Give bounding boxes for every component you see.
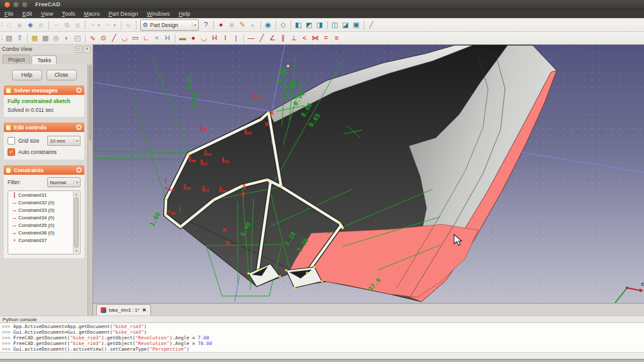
line-icon[interactable]: ╱ (109, 33, 119, 43)
constraint-list-item[interactable]: ›Constraint37 (8, 236, 80, 244)
grid-size-checkbox[interactable] (8, 137, 15, 145)
menu-tools[interactable]: Tools (57, 11, 79, 17)
coincident-icon[interactable]: ● (188, 33, 199, 43)
dropdown-arrow-icon[interactable]: ▾ (98, 23, 103, 27)
menu-help[interactable]: Help (174, 11, 195, 17)
horizontal-icon[interactable]: — (246, 33, 257, 43)
rectangle-icon[interactable]: ▭ (130, 33, 141, 43)
vertical-icon[interactable]: | (231, 33, 242, 43)
constraint-list-item[interactable]: ↔Constraint33 (0) (8, 206, 80, 214)
copy-icon[interactable]: ⧉ (62, 19, 72, 30)
polyline-icon[interactable]: ∿ (87, 33, 98, 43)
constraint-list-item[interactable]: ↔Constraint32 (0) (8, 199, 80, 206)
open-file-icon[interactable]: ▣ (14, 19, 25, 30)
refresh-icon[interactable]: ↻ (123, 19, 134, 30)
constraint-filter-select[interactable]: Normal ▾ (47, 177, 80, 187)
undo-icon[interactable]: ↶ (87, 19, 98, 30)
workbench-selector[interactable]: ⚙Part Design▾ (140, 19, 199, 31)
macro-play-icon[interactable]: ▶ (248, 19, 258, 30)
section-close-icon[interactable]: × (76, 167, 82, 173)
section-close-icon[interactable]: × (76, 124, 82, 130)
parallel-icon[interactable]: ∥ (278, 33, 289, 43)
pad-icon[interactable]: ▦ (30, 33, 40, 43)
view-bottom-icon[interactable]: ▣ (351, 19, 362, 30)
view-right-icon[interactable]: ◨ (314, 19, 325, 30)
groove-icon[interactable]: ◐ (62, 33, 72, 43)
constraint-list-item[interactable]: |Constraint31 (8, 191, 80, 199)
length-icon[interactable]: ╱ (257, 33, 267, 43)
arc-icon[interactable]: ◡ (119, 33, 130, 43)
document-tab[interactable]: bike_rim3 : 1* ✖ (96, 304, 151, 315)
paste-icon[interactable]: ▥ (72, 19, 83, 30)
fillet-icon[interactable]: ∟ (141, 33, 152, 43)
menu-file[interactable]: File (0, 11, 18, 17)
constraint-list-item[interactable]: ↔Constraint35 (0) (8, 221, 80, 229)
circle-icon[interactable]: ⊙ (98, 33, 109, 43)
view-rear-icon[interactable]: ◫ (330, 19, 340, 30)
equal-icon[interactable]: = (321, 33, 331, 43)
sketch-view-icon[interactable]: ▧ (4, 33, 14, 43)
panel-float-icon[interactable]: ◻ (75, 46, 82, 53)
redo-icon[interactable]: ↷ (103, 19, 114, 30)
perpendicular-icon[interactable]: ⊥ (289, 33, 299, 43)
revolution-icon[interactable]: ◎ (51, 33, 62, 43)
grid-size-select[interactable]: 10 mm ▾ (47, 136, 80, 146)
menu-view[interactable]: View (36, 11, 57, 17)
section-close-icon[interactable]: × (76, 87, 82, 93)
tab-close-icon[interactable]: ✖ (142, 307, 147, 313)
menu-macro[interactable]: Macro (79, 11, 104, 17)
view-top-icon[interactable]: ◩ (304, 19, 314, 30)
constraint-list-item[interactable]: ↔Constraint36 (0) (8, 229, 80, 236)
auto-constraints-checkbox[interactable]: ✓ (8, 148, 15, 156)
cut-icon[interactable]: ✂ (51, 19, 62, 30)
window-close-button[interactable] (4, 2, 10, 8)
close-button[interactable]: Close (47, 70, 77, 80)
scrollbar-thumb[interactable] (74, 197, 79, 248)
scroll-down-icon[interactable]: ▼ (74, 248, 79, 253)
3d-viewport[interactable]: 0.800.800.908.000.650.800.801.000.402.10… (93, 45, 644, 303)
fit-all-icon[interactable]: ◉ (263, 19, 274, 30)
save-icon[interactable]: ◈ (25, 19, 36, 30)
block-icon[interactable]: ≡ (331, 33, 342, 43)
external-geometry-icon[interactable]: H (162, 33, 173, 43)
panel-close-icon[interactable]: ✕ (84, 46, 91, 53)
leave-sketch-icon[interactable]: ⇧ (14, 33, 25, 43)
panel-scrollbar[interactable] (87, 64, 92, 315)
dropdown-arrow-icon[interactable]: ▾ (114, 23, 119, 27)
window-minimize-button[interactable] (13, 2, 19, 8)
angle-icon[interactable]: ∠ (267, 33, 278, 43)
point-on-object-icon[interactable]: ◡ (199, 33, 209, 43)
toolbar-handle[interactable]: ⁞ (1, 21, 3, 28)
view-left-icon[interactable]: ◪ (340, 19, 351, 30)
measure-icon[interactable]: ╱ (366, 19, 377, 30)
pocket-icon[interactable]: ▩ (40, 33, 51, 43)
tangent-icon[interactable]: < (299, 33, 310, 43)
tab-project[interactable]: Project (3, 55, 30, 64)
new-file-icon[interactable]: ▢ (4, 19, 14, 30)
scroll-up-icon[interactable]: ▲ (74, 192, 79, 197)
macro-stop-icon[interactable]: ■ (226, 19, 237, 30)
python-console: Python console >>> App.ActiveDocument=Ap… (0, 315, 644, 362)
help-button[interactable]: Help (12, 70, 42, 80)
print-icon[interactable]: ▤ (36, 19, 47, 30)
view-front-icon[interactable]: ◧ (293, 19, 304, 30)
macro-record-icon[interactable]: ● (216, 19, 226, 30)
view-axonometric-icon[interactable]: ◇ (278, 19, 289, 30)
lock-constraint-icon[interactable]: ▬ (177, 33, 188, 43)
toolbar-handle[interactable]: ⁞ (1, 35, 3, 41)
vdistance-icon[interactable]: I (220, 33, 231, 43)
window-maximize-button[interactable] (22, 2, 28, 8)
hdistance-icon[interactable]: H (209, 33, 220, 43)
menu-edit[interactable]: Edit (18, 11, 37, 17)
python-console-output[interactable]: >>> App.ActiveDocument=App.getDocument("… (0, 323, 644, 352)
whatsthis-icon[interactable]: ? (201, 19, 211, 30)
pattern-icon[interactable]: ◰ (72, 33, 83, 43)
macro-edit-icon[interactable]: ✎ (237, 19, 248, 30)
menu-windows[interactable]: Windows (142, 11, 174, 17)
trim-icon[interactable]: × (152, 33, 162, 43)
symmetric-icon[interactable]: ⋈ (310, 33, 321, 43)
tab-tasks[interactable]: Tasks (31, 55, 57, 65)
constraint-list-item[interactable]: ↔Constraint34 (0) (8, 214, 80, 221)
menu-part-design[interactable]: Part Design (104, 11, 142, 17)
constraint-list-scrollbar[interactable]: ▲ ▼ (73, 192, 79, 253)
